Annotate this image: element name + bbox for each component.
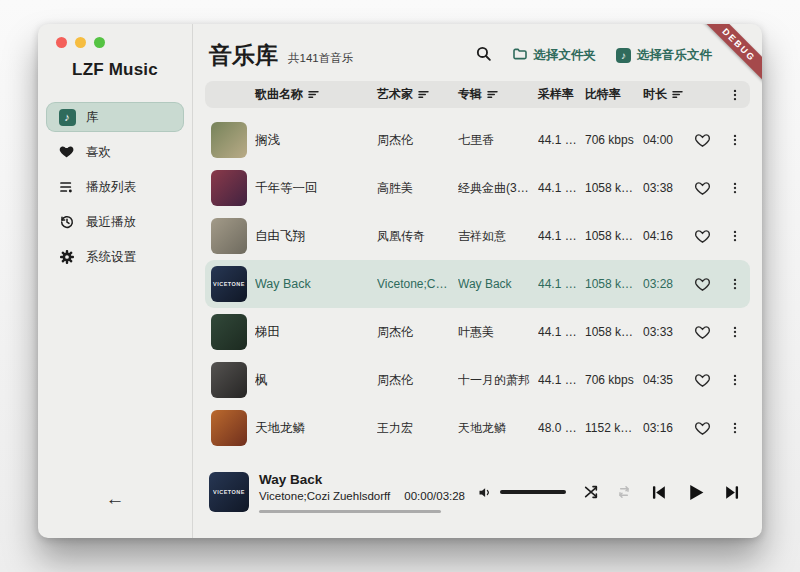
- favorite-button[interactable]: [685, 324, 720, 341]
- row-menu-button[interactable]: [720, 181, 750, 195]
- volume-button[interactable]: [477, 485, 492, 500]
- song-list: 搁浅 周杰伦 七里香 44.1 kHz 706 kbps 04:00 千年等一回…: [205, 116, 750, 452]
- traffic-lights: [56, 37, 105, 48]
- main-content: DEBUG 音乐库 共141首音乐: [193, 24, 762, 538]
- previous-icon: [649, 483, 668, 502]
- shuffle-button[interactable]: [583, 484, 599, 500]
- zoom-window-button[interactable]: [94, 37, 105, 48]
- sidebar-item-playlists[interactable]: 播放列表: [46, 172, 184, 202]
- song-table: 歌曲名称 艺术家 专辑 采样率 比特率 时长: [193, 81, 762, 452]
- app-window: LZF Music ♪ 库 喜欢 播放列表: [38, 24, 762, 538]
- play-button[interactable]: [685, 482, 706, 503]
- favorite-button[interactable]: [685, 228, 720, 245]
- now-playing-artist: Vicetone;Cozi Zuehlsdorff: [259, 490, 390, 502]
- sort-icon: [418, 90, 429, 99]
- album-art: [211, 122, 247, 158]
- song-artist: 周杰伦: [377, 372, 458, 389]
- row-menu-button[interactable]: [720, 373, 750, 387]
- song-title: 搁浅: [255, 132, 377, 149]
- search-button[interactable]: [475, 45, 492, 66]
- song-row[interactable]: 搁浅 周杰伦 七里香 44.1 kHz 706 kbps 04:00: [205, 116, 750, 164]
- album-art: [211, 170, 247, 206]
- heart-outline-icon: [694, 276, 711, 293]
- choose-folder-button[interactable]: 选择文件夹: [512, 46, 597, 65]
- close-window-button[interactable]: [56, 37, 67, 48]
- heart-outline-icon: [694, 420, 711, 437]
- sidebar-item-recent[interactable]: 最近播放: [46, 207, 184, 237]
- song-duration: 04:16: [643, 229, 685, 243]
- song-album: 十一月的萧邦: [458, 372, 538, 389]
- topbar: 音乐库 共141首音乐 选择文件夹: [193, 24, 762, 81]
- sidebar-item-library[interactable]: ♪ 库: [46, 102, 184, 132]
- song-samplerate: 44.1 kHz: [538, 133, 585, 147]
- song-samplerate: 44.1 kHz: [538, 229, 585, 243]
- album-art: [211, 218, 247, 254]
- song-samplerate: 44.1 kHz: [538, 373, 585, 387]
- previous-track-button[interactable]: [649, 483, 668, 502]
- album-art: [211, 410, 247, 446]
- song-row[interactable]: 梯田 周杰伦 叶惠美 44.1 kHz 1058 kbps 03:33: [205, 308, 750, 356]
- column-header-title[interactable]: 歌曲名称: [255, 86, 377, 103]
- choose-music-files-button[interactable]: ♪ 选择音乐文件: [616, 47, 712, 64]
- sidebar: LZF Music ♪ 库 喜欢 播放列表: [38, 24, 193, 538]
- song-row[interactable]: 千年等一回 高胜美 经典金曲(3)如果... 44.1 kHz 1058 kbp…: [205, 164, 750, 212]
- song-title: 梯田: [255, 324, 377, 341]
- song-duration: 04:35: [643, 373, 685, 387]
- sidebar-nav: ♪ 库 喜欢 播放列表: [38, 102, 192, 272]
- song-album: 经典金曲(3)如果...: [458, 180, 538, 197]
- sidebar-item-settings[interactable]: 系统设置: [46, 242, 184, 272]
- row-menu-button[interactable]: [720, 325, 750, 339]
- song-row[interactable]: 自由飞翔 凤凰传奇 吉祥如意 44.1 kHz 1058 kbps 04:16: [205, 212, 750, 260]
- table-options-button[interactable]: [720, 88, 750, 102]
- now-playing-title: Way Back: [259, 472, 459, 487]
- kebab-menu-icon: [728, 373, 742, 387]
- next-track-button[interactable]: [723, 483, 742, 502]
- column-header-album[interactable]: 专辑: [458, 86, 538, 103]
- heart-outline-icon: [694, 228, 711, 245]
- song-title: 天地龙鳞: [255, 420, 377, 437]
- song-bitrate: 706 kbps: [585, 133, 643, 147]
- song-duration: 03:38: [643, 181, 685, 195]
- heart-outline-icon: [694, 372, 711, 389]
- sidebar-item-label: 喜欢: [86, 144, 111, 161]
- column-header-artist[interactable]: 艺术家: [377, 86, 458, 103]
- progress-bar[interactable]: [259, 510, 441, 513]
- volume-slider[interactable]: [500, 490, 566, 494]
- repeat-button[interactable]: [616, 484, 632, 500]
- heart-icon: [58, 143, 76, 161]
- favorite-button[interactable]: [685, 132, 720, 149]
- column-header-samplerate: 采样率: [538, 86, 585, 103]
- column-header-duration[interactable]: 时长: [643, 86, 685, 103]
- kebab-menu-icon: [728, 133, 742, 147]
- song-artist: 周杰伦: [377, 324, 458, 341]
- song-artist: 凤凰传奇: [377, 228, 458, 245]
- favorite-button[interactable]: [685, 180, 720, 197]
- collapse-sidebar-button[interactable]: ←: [38, 488, 192, 510]
- song-artist: 高胜美: [377, 180, 458, 197]
- play-icon: [685, 482, 706, 503]
- row-menu-button[interactable]: [720, 229, 750, 243]
- sort-icon: [308, 90, 319, 99]
- song-title: Way Back: [255, 277, 377, 291]
- favorite-button[interactable]: [685, 420, 720, 437]
- row-menu-button[interactable]: [720, 277, 750, 291]
- favorite-button[interactable]: [685, 276, 720, 293]
- favorite-button[interactable]: [685, 372, 720, 389]
- minimize-window-button[interactable]: [75, 37, 86, 48]
- song-row[interactable]: 枫 周杰伦 十一月的萧邦 44.1 kHz 706 kbps 04:35: [205, 356, 750, 404]
- playlist-icon: [58, 178, 76, 196]
- song-duration: 04:00: [643, 133, 685, 147]
- song-row[interactable]: VICETONE Way Back Vicetone;Cozi Zu... Wa…: [205, 260, 750, 308]
- song-duration: 03:28: [643, 277, 685, 291]
- song-title: 枫: [255, 372, 377, 389]
- song-bitrate: 1058 kbps: [585, 229, 643, 243]
- song-artist: Vicetone;Cozi Zu...: [377, 277, 458, 291]
- song-duration: 03:16: [643, 421, 685, 435]
- song-album: 天地龙鳞: [458, 420, 538, 437]
- song-row[interactable]: 天地龙鳞 王力宏 天地龙鳞 48.0 kHz 1152 kbps 03:16: [205, 404, 750, 452]
- gear-icon: [58, 248, 76, 266]
- row-menu-button[interactable]: [720, 133, 750, 147]
- sidebar-item-favorites[interactable]: 喜欢: [46, 137, 184, 167]
- volume-icon: [477, 485, 492, 500]
- row-menu-button[interactable]: [720, 421, 750, 435]
